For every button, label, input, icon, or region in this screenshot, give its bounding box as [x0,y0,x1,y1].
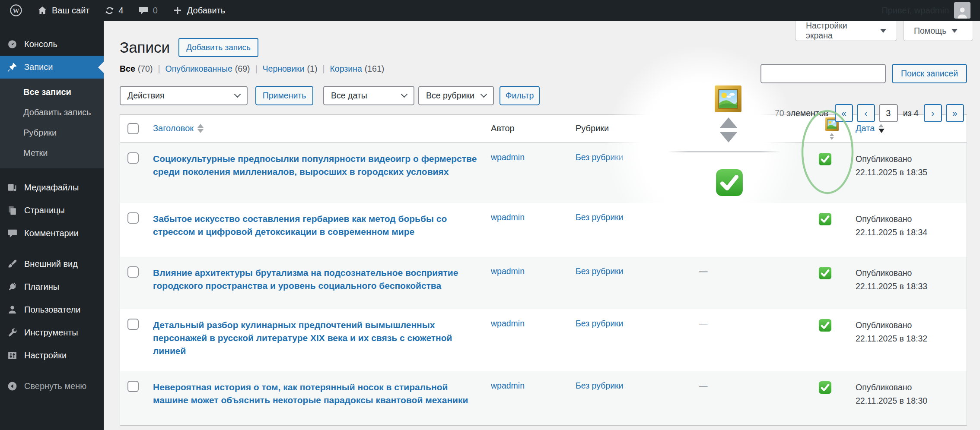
view-trash-count: (161) [365,64,385,74]
author-link[interactable]: wpadmin [491,266,525,276]
row-checkbox[interactable] [127,381,139,392]
page-title: Записи [120,39,170,56]
bulk-actions-value: Действия [127,91,164,101]
pagination: 70 элементов « ‹ из 4 › » [775,104,964,122]
row-checkbox[interactable] [127,319,139,330]
dashboard-icon [6,39,18,50]
sidebar-item-dashboard[interactable]: Консоль [0,33,104,56]
tablenav-top: Действия Применить Все даты Все рубрики … [120,86,966,105]
category-link[interactable]: Без рубрики [576,381,624,390]
check-mark-icon [818,212,832,226]
check-mark-icon [818,152,832,166]
post-title-link[interactable]: Невероятная история о том, как потерянны… [153,381,480,407]
row-checkbox[interactable] [127,152,139,164]
sidebar-item-media[interactable]: Медиафайлы [0,176,104,199]
filter-button[interactable]: Фильтр [500,86,540,105]
sort-title-header[interactable]: Заголовок [153,123,204,133]
category-link[interactable]: Без рубрики [576,319,624,328]
help-tab[interactable]: Помощь [903,21,973,41]
sidebar-item-users[interactable]: Пользователи [0,298,104,321]
wordpress-logo[interactable]: W [10,4,22,17]
last-page-button[interactable]: » [946,104,964,122]
screen-options-tab[interactable]: Настройки экрана [795,21,897,41]
updates-count: 4 [119,6,124,16]
author-link[interactable]: wpadmin [491,381,525,390]
sidebar-item-label: Комментарии [24,228,79,238]
add-post-button[interactable]: Добавить запись [178,38,258,57]
admin-bar: W Ваш сайт 4 0 Добавить Привет, wpadmin [0,0,980,21]
date-filter-select[interactable]: Все даты [323,86,414,105]
magnified-header-divider [668,151,781,152]
bulk-actions-select[interactable]: Действия [120,86,248,105]
sidebar-item-settings[interactable]: Настройки [0,344,104,367]
category-link[interactable]: Без рубрики [576,266,624,276]
tags-value: — [699,381,708,390]
sidebar-collapse-menu[interactable]: Свернуть меню [0,375,104,398]
author-link[interactable]: wpadmin [491,212,525,222]
comments-icon [6,228,18,239]
admin-bar-site-menu[interactable]: Ваш сайт [37,5,90,16]
view-trash[interactable]: Корзина [330,64,362,74]
search-posts-button[interactable]: Поиск записей [892,64,967,83]
sort-date-header[interactable]: Дата [856,123,885,133]
sort-arrows-icon [197,124,204,133]
admin-sidebar: Консоль Записи Все записи Добавить запис… [0,21,104,430]
sidebar-item-label: Свернуть меню [24,381,86,391]
author-link[interactable]: wpadmin [491,319,525,328]
separator: | [322,64,325,74]
greeting-label[interactable]: Привет, wpadmin [881,6,949,16]
sidebar-item-label: Консоль [24,39,57,49]
users-icon [6,304,18,315]
submenu-all-posts[interactable]: Все записи [0,82,104,102]
prev-page-button[interactable]: ‹ [857,104,875,122]
sidebar-item-posts[interactable]: Записи [0,56,104,79]
sidebar-item-comments[interactable]: Комментарии [0,222,104,245]
avatar[interactable] [954,2,970,19]
submenu-tags[interactable]: Метки [0,143,104,163]
sidebar-item-label: Инструменты [24,328,78,338]
sidebar-item-appearance[interactable]: Внешний вид [0,253,104,275]
view-published[interactable]: Опубликованные [165,64,232,74]
next-page-button[interactable]: › [924,104,942,122]
date-filter-value: Все даты [331,91,367,101]
updates-icon [105,6,115,16]
current-page-input[interactable] [879,104,898,122]
first-page-button[interactable]: « [835,104,853,122]
admin-bar-new[interactable]: Добавить [172,5,225,16]
submenu-add-post[interactable]: Добавить запись [0,102,104,123]
post-title-link[interactable]: Влияние архитектуры брутализма на подсоз… [153,266,480,292]
view-all[interactable]: Все [120,64,135,74]
post-title-link[interactable]: Социокультурные предпосылки популярности… [153,152,480,178]
post-row: Влияние архитектуры брутализма на подсоз… [120,257,967,309]
posts-table: Заголовок Автор Рубрики [120,115,967,425]
separator: | [255,64,257,74]
row-checkbox[interactable] [127,266,139,278]
author-column-header: Автор [486,115,570,142]
row-checkbox[interactable] [127,212,139,224]
sidebar-item-pages[interactable]: Страницы [0,199,104,222]
pages-icon [6,205,18,216]
sidebar-item-label: Внешний вид [24,259,78,269]
post-title-link[interactable]: Забытое искусство составления гербариев … [153,212,480,238]
total-pages-label: из 4 [903,108,919,118]
sidebar-item-plugins[interactable]: Плагины [0,275,104,298]
submenu-categories[interactable]: Рубрики [0,123,104,143]
check-mark-icon [818,381,832,394]
sidebar-item-label: Плагины [24,282,59,292]
view-drafts[interactable]: Черновики [263,64,305,74]
comments-count: 0 [153,6,158,16]
appearance-icon [6,259,18,269]
admin-bar-comments[interactable]: 0 [138,5,158,16]
apply-button[interactable]: Применить [255,86,313,105]
post-title-link[interactable]: Детальный разбор кулинарных предпочтений… [153,319,480,357]
author-link[interactable]: wpadmin [491,152,525,162]
search-input[interactable] [760,64,886,83]
admin-bar-updates[interactable]: 4 [105,6,124,16]
tags-value: — [699,319,708,328]
post-status: Опубликовано [856,266,961,280]
select-all-checkbox[interactable] [127,123,139,134]
sidebar-item-tools[interactable]: Инструменты [0,321,104,344]
category-filter-select[interactable]: Все рубрики [418,86,494,105]
magnified-sort-up-icon [720,117,737,128]
sort-arrows-icon [878,124,885,133]
